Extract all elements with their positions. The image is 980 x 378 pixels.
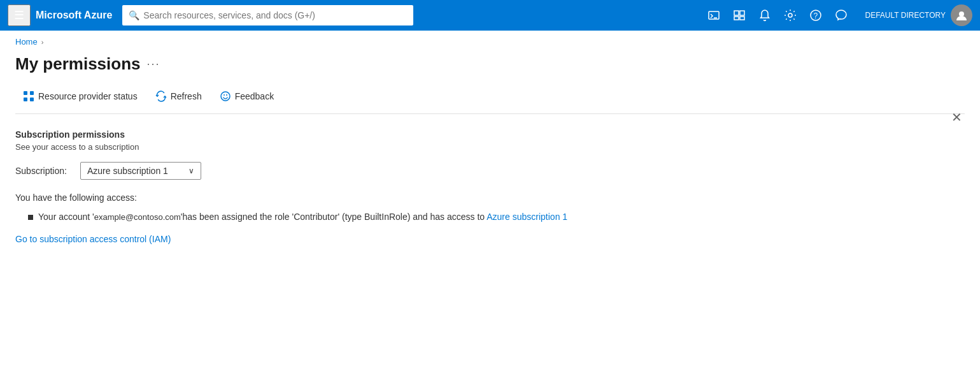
svg-point-16 xyxy=(226,94,227,96)
subscription-label: Subscription: xyxy=(15,166,73,176)
more-options-button[interactable]: ··· xyxy=(147,57,160,71)
help-button[interactable]: ? xyxy=(804,4,827,27)
chevron-down-icon: ∨ xyxy=(188,166,194,175)
svg-rect-10 xyxy=(24,91,27,95)
access-text-before: Your account ' xyxy=(38,212,94,222)
svg-rect-5 xyxy=(740,17,744,20)
subscription-link[interactable]: Azure subscription 1 xyxy=(486,212,567,222)
toolbar: Resource provider status Refresh xyxy=(15,87,965,114)
access-text: Your account 'example@contoso.com'has be… xyxy=(38,210,567,224)
page-header: My permissions ··· xyxy=(15,54,965,74)
resource-provider-status-label: Resource provider status xyxy=(38,91,138,101)
refresh-label: Refresh xyxy=(171,91,202,101)
search-icon: 🔍 xyxy=(129,10,139,20)
feedback-nav-button[interactable] xyxy=(830,4,853,27)
subscription-select[interactable]: Azure subscription 1 ∨ xyxy=(80,162,201,180)
svg-rect-12 xyxy=(24,98,27,101)
resource-provider-icon xyxy=(23,91,34,102)
breadcrumb-separator: › xyxy=(41,38,44,46)
access-heading: You have the following access: xyxy=(15,193,965,203)
directory-label: DEFAULT DIRECTORY xyxy=(865,11,946,20)
bullet-icon xyxy=(28,215,33,220)
resource-provider-status-button[interactable]: Resource provider status xyxy=(15,87,145,106)
search-input[interactable] xyxy=(143,10,407,20)
search-bar[interactable]: 🔍 xyxy=(122,5,413,25)
close-button[interactable]: ✕ xyxy=(946,107,967,127)
notifications-button[interactable] xyxy=(753,4,776,27)
hamburger-menu-button[interactable]: ☰ xyxy=(8,4,31,26)
feedback-icon xyxy=(220,91,231,102)
svg-point-6 xyxy=(788,13,792,17)
svg-rect-13 xyxy=(30,98,34,101)
permissions-section: Subscription permissions See your access… xyxy=(15,129,965,244)
section-title: Subscription permissions xyxy=(15,129,965,140)
brand-label: Microsoft Azure xyxy=(36,10,112,21)
main-content: My permissions ··· Resource provider sta… xyxy=(0,49,980,259)
subscription-value: Azure subscription 1 xyxy=(87,166,183,176)
directory-section: DEFAULT DIRECTORY xyxy=(863,4,972,26)
svg-rect-4 xyxy=(734,17,739,20)
breadcrumb: Home › xyxy=(0,31,980,49)
access-text-middle: 'has been assigned the role 'Contributor… xyxy=(181,212,486,222)
svg-point-15 xyxy=(224,94,225,96)
user-avatar[interactable] xyxy=(951,4,972,26)
svg-text:?: ? xyxy=(813,11,818,20)
cloud-shell-button[interactable] xyxy=(702,4,725,27)
svg-rect-11 xyxy=(30,91,34,95)
svg-point-9 xyxy=(959,11,964,17)
feedback-button[interactable]: Feedback xyxy=(212,87,281,106)
list-item: Your account 'example@contoso.com'has be… xyxy=(28,210,965,224)
access-list: Your account 'example@contoso.com'has be… xyxy=(28,210,965,224)
feedback-label: Feedback xyxy=(235,91,274,101)
refresh-button[interactable]: Refresh xyxy=(148,87,209,106)
section-desc: See your access to a subscription xyxy=(15,142,965,152)
breadcrumb-home-link[interactable]: Home xyxy=(15,37,38,47)
page-container: Home › ✕ My permissions ··· Resource p xyxy=(0,31,980,259)
svg-rect-3 xyxy=(740,11,744,15)
svg-point-14 xyxy=(221,92,230,101)
topnav: ☰ Microsoft Azure 🔍 ? DEFAULT DIRECTORY xyxy=(0,0,980,31)
svg-rect-2 xyxy=(734,11,739,15)
access-email: example@contoso.com xyxy=(94,212,181,222)
refresh-icon xyxy=(155,91,167,102)
topnav-icons: ? xyxy=(702,4,853,27)
portal-menu-button[interactable] xyxy=(728,4,751,27)
iam-link[interactable]: Go to subscription access control (IAM) xyxy=(15,234,171,244)
page-title: My permissions xyxy=(15,54,141,74)
settings-button[interactable] xyxy=(779,4,802,27)
subscription-row: Subscription: Azure subscription 1 ∨ xyxy=(15,162,965,180)
